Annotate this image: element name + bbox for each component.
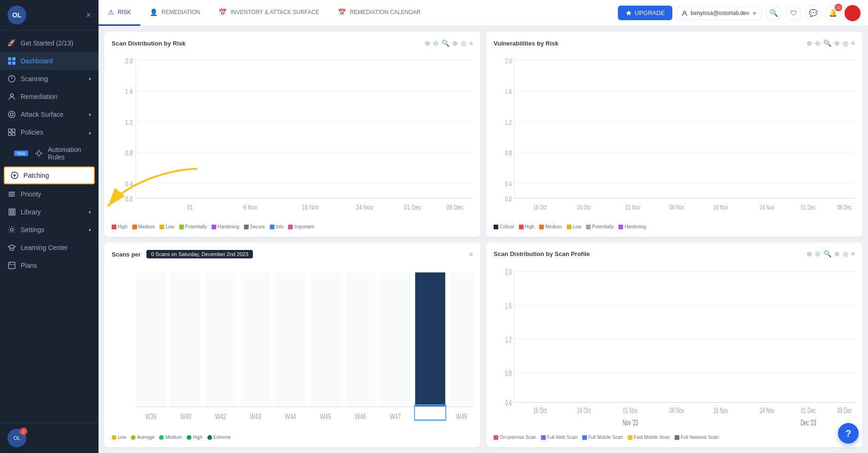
scan-profile-header: Scan Distribution by Scan Profile ⊕ ⊖ 🔍 … bbox=[494, 250, 855, 257]
close-sidebar-button[interactable]: × bbox=[86, 10, 91, 20]
svg-text:16 Nov: 16 Nov bbox=[713, 407, 728, 415]
svg-text:16 Nov: 16 Nov bbox=[713, 204, 728, 211]
scan-profile-body: 2.0 1.6 1.2 0.8 0.4 16 Oct 24 Oct 01 Nov… bbox=[494, 263, 855, 432]
shield-button[interactable]: 🛡 bbox=[785, 5, 801, 21]
new-badge: New bbox=[14, 151, 28, 156]
svg-rect-0 bbox=[8, 57, 11, 60]
vulnerabilities-title: Vulnerabilities by Risk bbox=[494, 40, 558, 47]
vulnerabilities-body: 2.0 1.6 1.2 0.8 0.4 0.0 16 Oct 24 Oct 01… bbox=[494, 53, 855, 221]
svg-text:24 Nov: 24 Nov bbox=[356, 204, 373, 211]
topbar-actions: UPGRADE benyissa@ostorlab.dev 🔍 🛡 💬 🔔 22 bbox=[610, 5, 868, 21]
vulnerabilities-controls[interactable]: ⊕ ⊖ 🔍 ⊕ ◎ ≡ bbox=[807, 39, 855, 47]
svg-point-22 bbox=[684, 11, 686, 13]
svg-text:24 Oct: 24 Oct bbox=[577, 407, 591, 415]
vulnerabilities-legend: Critical High Medium Low Potentially Har… bbox=[494, 224, 855, 229]
tab-inventory[interactable]: 📅 INVENTORY & ATTACK SURFACE bbox=[209, 0, 328, 26]
logo-icon[interactable]: OL bbox=[8, 6, 26, 24]
sidebar-logo: OL × bbox=[0, 0, 99, 30]
settings-arrow: ▾ bbox=[89, 227, 91, 233]
svg-text:0.0: 0.0 bbox=[505, 196, 512, 203]
svg-text:24 Nov: 24 Nov bbox=[760, 204, 775, 211]
scans-per-legend: Low Average Medium High Extreme bbox=[112, 435, 473, 440]
svg-text:W42: W42 bbox=[215, 412, 226, 421]
remediation-icon bbox=[8, 92, 16, 101]
settings-icon bbox=[8, 226, 16, 234]
svg-text:1.6: 1.6 bbox=[505, 302, 512, 310]
tab-remediation[interactable]: 👤 REMEDIATION bbox=[140, 0, 209, 26]
svg-text:16 Nov: 16 Nov bbox=[302, 204, 319, 211]
scanning-arrow: ▾ bbox=[89, 76, 91, 82]
scan-profile-title: Scan Distribution by Scan Profile bbox=[494, 250, 590, 257]
svg-text:01 Nov: 01 Nov bbox=[623, 407, 638, 415]
svg-rect-8 bbox=[8, 129, 11, 132]
help-button[interactable]: ? bbox=[838, 423, 859, 444]
scans-tooltip: 0 Scans on Saturday, December 2nd 2023 bbox=[146, 250, 253, 258]
svg-text:W47: W47 bbox=[390, 412, 401, 421]
scans-per-card: Scans per 0 Scans on Saturday, December … bbox=[104, 242, 480, 447]
svg-text:01 Dec: 01 Dec bbox=[801, 204, 815, 211]
svg-rect-1 bbox=[12, 57, 15, 60]
svg-rect-69 bbox=[311, 272, 341, 407]
svg-rect-16 bbox=[8, 196, 15, 196]
scan-profile-card: Scan Distribution by Scan Profile ⊕ ⊖ 🔍 … bbox=[486, 242, 862, 447]
sidebar-item-get-started[interactable]: 🚀 Get Started (2/13) bbox=[0, 34, 99, 52]
sidebar-item-scanning[interactable]: Scanning ▾ bbox=[0, 70, 99, 88]
patching-icon bbox=[10, 171, 19, 180]
user-avatar[interactable] bbox=[845, 5, 860, 21]
scan-profile-controls[interactable]: ⊕ ⊖ 🔍 ⊕ ◎ ≡ bbox=[807, 250, 855, 257]
svg-text:W44: W44 bbox=[285, 412, 296, 421]
svg-text:01 Dec: 01 Dec bbox=[801, 407, 816, 415]
library-arrow: ▾ bbox=[89, 210, 91, 215]
tab-calendar[interactable]: 📅 REMEDIATION CALENDAR bbox=[328, 0, 430, 26]
svg-rect-68 bbox=[275, 272, 305, 407]
svg-text:1.2: 1.2 bbox=[505, 336, 512, 344]
svg-rect-11 bbox=[12, 133, 15, 136]
svg-text:24 Nov: 24 Nov bbox=[760, 407, 775, 415]
svg-rect-17 bbox=[9, 209, 10, 215]
svg-rect-70 bbox=[345, 272, 375, 407]
svg-text:1.2: 1.2 bbox=[505, 119, 512, 126]
search-button[interactable]: 🔍 bbox=[766, 5, 782, 21]
scanning-icon bbox=[8, 75, 16, 83]
sidebar-item-automation-rules[interactable]: New Automation Rules bbox=[0, 141, 99, 166]
svg-rect-73 bbox=[450, 272, 473, 407]
sidebar: OL × 🚀 Get Started (2/13) Dashboard bbox=[0, 0, 99, 453]
svg-text:16 Oct: 16 Oct bbox=[533, 204, 547, 211]
sidebar-item-library[interactable]: Library ▾ bbox=[0, 203, 99, 221]
vulnerabilities-card: Vulnerabilities by Risk ⊕ ⊖ 🔍 ⊕ ◎ ≡ bbox=[486, 32, 862, 237]
svg-text:08 Nov: 08 Nov bbox=[670, 204, 685, 211]
svg-text:0.0: 0.0 bbox=[125, 195, 133, 203]
sidebar-item-remediation[interactable]: Remediation bbox=[0, 88, 99, 106]
policies-arrow: ▴ bbox=[89, 130, 91, 135]
svg-rect-2 bbox=[8, 61, 11, 65]
attack-surface-icon bbox=[8, 110, 16, 119]
scans-per-controls[interactable]: ≡ bbox=[469, 250, 473, 258]
footer-logo[interactable]: OL 2 bbox=[8, 429, 26, 447]
svg-text:01 Dec: 01 Dec bbox=[404, 204, 421, 211]
sidebar-item-plans[interactable]: Plans bbox=[0, 257, 99, 274]
sidebar-item-learning-center[interactable]: Learning Center bbox=[0, 239, 99, 257]
message-button[interactable]: 💬 bbox=[805, 5, 821, 21]
user-dropdown[interactable]: benyissa@ostorlab.dev bbox=[676, 7, 762, 20]
notification-button[interactable]: 🔔 22 bbox=[825, 5, 841, 21]
svg-text:01 Nov: 01 Nov bbox=[625, 204, 640, 211]
scan-distribution-controls[interactable]: ⊕ ⊖ 🔍 ⊕ ◎ ≡ bbox=[425, 39, 473, 47]
risk-tab-icon: ⚠ bbox=[108, 8, 114, 16]
scan-distribution-header: Scan Distribution by Risk ⊕ ⊖ 🔍 ⊕ ◎ ≡ bbox=[112, 39, 473, 47]
svg-text:9 Nov: 9 Nov bbox=[243, 204, 257, 211]
sidebar-item-settings[interactable]: Settings ▾ bbox=[0, 221, 99, 239]
svg-rect-65 bbox=[171, 272, 201, 407]
upgrade-button[interactable]: UPGRADE bbox=[618, 6, 672, 20]
policies-icon bbox=[8, 128, 16, 136]
svg-text:0.8: 0.8 bbox=[505, 149, 512, 157]
sidebar-item-priority[interactable]: Priority bbox=[0, 185, 99, 203]
svg-rect-10 bbox=[8, 133, 11, 136]
tab-risk[interactable]: ⚠ RISK bbox=[99, 0, 140, 26]
svg-text:Nov '23: Nov '23 bbox=[623, 418, 638, 427]
sidebar-item-patching[interactable]: Patching bbox=[4, 166, 95, 184]
tab-bar: ⚠ RISK 👤 REMEDIATION 📅 INVENTORY & ATTAC… bbox=[99, 0, 610, 26]
sidebar-item-attack-surface[interactable]: Attack Surface ▾ bbox=[0, 106, 99, 123]
sidebar-item-policies[interactable]: Policies ▴ bbox=[0, 123, 99, 141]
sidebar-item-dashboard[interactable]: Dashboard bbox=[0, 52, 99, 70]
calendar-tab-icon: 📅 bbox=[338, 8, 346, 16]
